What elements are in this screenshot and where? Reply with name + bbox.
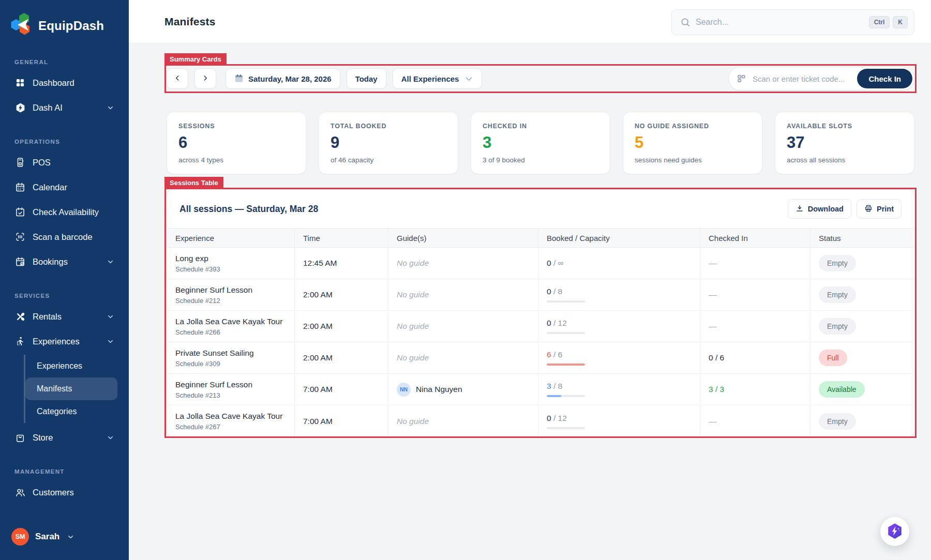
chevron-down-icon bbox=[107, 104, 114, 112]
status-badge: Available bbox=[819, 381, 865, 398]
booked-capacity-cell: 0 / 12 bbox=[538, 405, 700, 437]
sidebar-item-scan-a-barcode[interactable]: Scan a barcode bbox=[8, 224, 121, 249]
user-menu[interactable]: SM Sarah bbox=[8, 524, 121, 550]
chevron-down-icon bbox=[107, 338, 114, 345]
column-header-time: Time bbox=[295, 229, 388, 247]
print-button[interactable]: Print bbox=[857, 199, 902, 219]
download-icon bbox=[795, 204, 804, 214]
calendar-icon bbox=[234, 73, 244, 84]
top-header: Manifests Ctrl K bbox=[129, 0, 931, 43]
equipdash-logo-icon bbox=[10, 13, 33, 39]
checked-in-cell: — bbox=[700, 248, 810, 279]
user-name: Sarah bbox=[35, 532, 59, 542]
checked-in-value: 3 / 3 bbox=[709, 385, 724, 394]
sidebar: EquipDash GENERALDashboardDash AIOPERATI… bbox=[0, 0, 129, 560]
experience-cell: Beginner Surf Lesson Schedule #212 bbox=[167, 279, 295, 310]
sidebar-item-check-availability[interactable]: Check Availability bbox=[8, 200, 121, 224]
status-cell: Full bbox=[810, 342, 914, 373]
chevron-left-icon bbox=[173, 74, 182, 84]
sidebar-item-label: Scan a barcode bbox=[33, 232, 93, 242]
status-cell: Empty bbox=[810, 248, 914, 279]
sidebar-nav: GENERALDashboardDash AIOPERATIONSPOSCale… bbox=[8, 40, 121, 524]
sidebar-item-pos[interactable]: POS bbox=[8, 150, 121, 175]
chevron-down-icon bbox=[107, 258, 114, 266]
search-icon bbox=[680, 17, 690, 27]
table-row[interactable]: La Jolla Sea Cave Kayak Tour Schedule #2… bbox=[167, 405, 914, 437]
sidebar-subitem-experiences[interactable]: Experiences bbox=[25, 355, 117, 377]
table-body: Long exp Schedule #39312:45 AMNo guide0 … bbox=[167, 248, 914, 437]
experience-filter-dropdown[interactable]: All Experiences bbox=[393, 68, 483, 89]
brand-name: EquipDash bbox=[38, 19, 104, 33]
stat-card-checked-in: CHECKED IN33 of 9 booked bbox=[471, 112, 610, 174]
guide-cell: NN Nina Nguyen bbox=[388, 374, 538, 405]
capacity-bar bbox=[547, 300, 585, 302]
sidebar-subitem-categories[interactable]: Categories bbox=[25, 400, 117, 423]
table-row[interactable]: Beginner Surf Lesson Schedule #2122:00 A… bbox=[167, 279, 914, 311]
download-label: Download bbox=[808, 205, 844, 213]
sidebar-item-dash-ai[interactable]: Dash AI bbox=[8, 95, 121, 120]
sidebar-item-rentals[interactable]: Rentals bbox=[8, 304, 121, 329]
sidebar-item-label: Experiences bbox=[33, 337, 80, 346]
avatar: SM bbox=[11, 528, 29, 546]
checked-in-cell: — bbox=[700, 311, 810, 342]
app: EquipDash GENERALDashboardDash AIOPERATI… bbox=[0, 0, 931, 560]
date-prev-button[interactable] bbox=[167, 68, 188, 89]
stat-card-available-slots: AVAILABLE SLOTS37across all sessions bbox=[775, 112, 914, 174]
download-button[interactable]: Download bbox=[788, 199, 851, 219]
stat-label: TOTAL BOOKED bbox=[331, 123, 446, 130]
capacity-bar bbox=[547, 364, 585, 366]
sidebar-item-store[interactable]: Store bbox=[8, 425, 121, 450]
date-next-button[interactable] bbox=[194, 68, 216, 89]
kbd-ctrl: Ctrl bbox=[869, 16, 890, 28]
nav-section-services: SERVICES bbox=[8, 293, 121, 299]
table-row[interactable]: Private Sunset Sailing Schedule #3092:00… bbox=[167, 342, 914, 374]
time-cell: 2:00 AM bbox=[295, 342, 388, 373]
booked-capacity-cell: 0 / 8 bbox=[538, 279, 700, 310]
nav-section-management: MANAGEMENT bbox=[8, 468, 121, 475]
table-row[interactable]: La Jolla Sea Cave Kayak Tour Schedule #2… bbox=[167, 311, 914, 342]
stat-caption: across 4 types bbox=[178, 156, 294, 164]
booked-capacity-cell: 0 / ∞ bbox=[538, 248, 700, 279]
check-in-button[interactable]: Check In bbox=[857, 69, 912, 88]
sidebar-item-label: POS bbox=[33, 158, 51, 168]
no-guide-label: No guide bbox=[397, 259, 429, 268]
printer-icon bbox=[864, 204, 873, 214]
column-header-status: Status bbox=[810, 229, 914, 247]
table-row[interactable]: Long exp Schedule #39312:45 AMNo guide0 … bbox=[167, 248, 914, 279]
column-header-label: Experience bbox=[175, 234, 214, 243]
users-icon bbox=[14, 487, 26, 498]
sidebar-item-dashboard[interactable]: Dashboard bbox=[8, 70, 121, 95]
sidebar-item-bookings[interactable]: Bookings bbox=[8, 249, 121, 274]
bolt-hexagon-icon bbox=[886, 522, 904, 541]
status-cell: Empty bbox=[810, 279, 914, 310]
sidebar-item-label: Customers bbox=[33, 488, 74, 497]
stat-value: 37 bbox=[787, 134, 903, 150]
session-time: 2:00 AM bbox=[303, 290, 333, 299]
experience-cell: Long exp Schedule #393 bbox=[167, 248, 295, 279]
date-picker-button[interactable]: Saturday, Mar 28, 2026 bbox=[226, 68, 340, 89]
chevron-down-icon bbox=[67, 533, 74, 541]
experience-name: La Jolla Sea Cave Kayak Tour bbox=[175, 412, 282, 421]
qr-code-icon bbox=[737, 74, 746, 84]
column-header-experience: Experience bbox=[167, 229, 295, 247]
chevron-down-icon bbox=[464, 74, 473, 83]
today-button[interactable]: Today bbox=[347, 68, 386, 89]
time-cell: 12:45 AM bbox=[295, 248, 388, 279]
booked-capacity: 0 / ∞ bbox=[547, 259, 564, 268]
hexbolt-icon bbox=[14, 102, 26, 113]
booked-capacity-cell: 3 / 8 bbox=[538, 374, 700, 405]
sidebar-item-calendar[interactable]: Calendar bbox=[8, 175, 121, 200]
sessions-card: All sessions — Saturday, Mar 28 Download… bbox=[167, 189, 914, 437]
time-cell: 7:00 AM bbox=[295, 374, 388, 405]
experience-cell: La Jolla Sea Cave Kayak Tour Schedule #2… bbox=[167, 311, 295, 342]
chevron-right-icon bbox=[201, 74, 209, 84]
table-row[interactable]: Beginner Surf Lesson Schedule #2137:00 A… bbox=[167, 374, 914, 405]
annotation-sessions-table-label: Sessions Table bbox=[164, 177, 223, 189]
search-input[interactable] bbox=[696, 10, 846, 35]
stat-card-no-guide-assigned: NO GUIDE ASSIGNED5sessions need guides bbox=[623, 112, 762, 174]
experience-cell: La Jolla Sea Cave Kayak Tour Schedule #2… bbox=[167, 405, 295, 437]
sidebar-item-experiences[interactable]: Experiences bbox=[8, 329, 121, 354]
sidebar-subitem-manifests[interactable]: Manifests bbox=[25, 377, 117, 400]
sidebar-item-customers[interactable]: Customers bbox=[8, 480, 121, 505]
assistant-fab[interactable] bbox=[880, 517, 909, 546]
